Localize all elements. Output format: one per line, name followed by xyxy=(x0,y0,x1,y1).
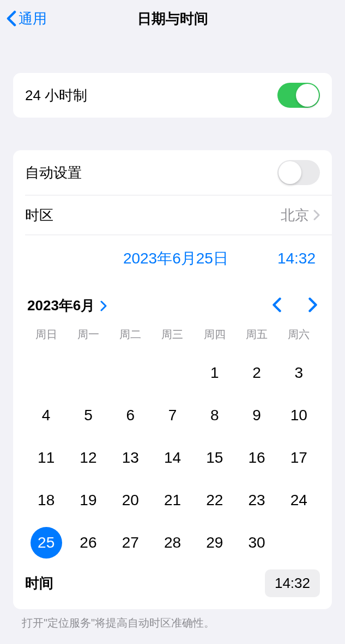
day-number: 13 xyxy=(122,449,139,467)
day-number: 20 xyxy=(122,492,139,509)
date-button[interactable]: 2023年6月25日 xyxy=(123,248,228,269)
day-number: 26 xyxy=(80,534,96,551)
day-cell[interactable]: 6 xyxy=(110,394,152,437)
day-number: 27 xyxy=(122,534,139,551)
weekday-label: 周五 xyxy=(235,327,277,342)
day-number: 4 xyxy=(42,407,51,424)
day-number: 22 xyxy=(206,492,223,509)
toggle-24hour[interactable] xyxy=(277,83,320,108)
day-cell[interactable]: 1 xyxy=(193,352,235,394)
day-number: 2 xyxy=(252,364,261,382)
timezone-value-group: 北京 xyxy=(281,206,320,225)
navigation-header: 通用 日期与时间 xyxy=(0,0,345,37)
day-cell[interactable]: 17 xyxy=(278,437,320,479)
label-24hour: 24 小时制 xyxy=(25,86,87,105)
day-cell[interactable]: 19 xyxy=(67,479,109,522)
weekday-label: 周六 xyxy=(278,327,320,342)
day-number: 8 xyxy=(210,407,219,424)
label-auto-set: 自动设置 xyxy=(25,163,82,182)
day-number: 5 xyxy=(84,407,93,424)
day-cell[interactable]: 25 xyxy=(25,522,67,564)
toggle-auto-set[interactable] xyxy=(277,160,320,185)
toggle-knob xyxy=(279,161,301,184)
day-number: 6 xyxy=(126,407,135,424)
day-cell[interactable]: 23 xyxy=(235,479,277,522)
day-cell[interactable]: 15 xyxy=(193,437,235,479)
time-button[interactable]: 14:32 xyxy=(277,250,316,267)
day-number: 21 xyxy=(164,492,181,509)
prev-month-button[interactable] xyxy=(272,297,282,315)
calendar-nav xyxy=(272,297,318,315)
weekday-label: 周一 xyxy=(67,327,109,342)
day-cell[interactable]: 13 xyxy=(110,437,152,479)
section-datetime: 自动设置 时区 北京 2023年6月25日 14:32 2023年6月 xyxy=(13,150,332,609)
day-number: 17 xyxy=(290,449,307,467)
day-cell[interactable]: 11 xyxy=(25,437,67,479)
time-label: 时间 xyxy=(25,574,53,593)
day-cell[interactable]: 21 xyxy=(152,479,193,522)
label-timezone: 时区 xyxy=(25,206,53,225)
month-picker-button[interactable]: 2023年6月 xyxy=(27,296,107,315)
day-cell[interactable]: 14 xyxy=(152,437,193,479)
day-cell[interactable]: 5 xyxy=(67,394,109,437)
day-number: 16 xyxy=(248,449,265,467)
time-value-button[interactable]: 14:32 xyxy=(265,569,320,597)
day-cell[interactable]: 28 xyxy=(152,522,193,564)
row-24hour: 24 小时制 xyxy=(13,73,332,118)
calendar: 2023年6月 周日周一周二周三周四周五周六 12345678910111213… xyxy=(13,282,332,564)
day-cell[interactable]: 4 xyxy=(25,394,67,437)
day-number: 15 xyxy=(206,449,223,467)
day-cell[interactable]: 22 xyxy=(193,479,235,522)
chevron-right-icon xyxy=(313,210,320,220)
calendar-header: 2023年6月 xyxy=(25,289,320,327)
day-cell[interactable]: 27 xyxy=(110,522,152,564)
next-month-button[interactable] xyxy=(308,297,318,315)
day-number: 11 xyxy=(38,449,55,467)
page-title: 日期与时间 xyxy=(137,9,208,28)
day-number: 7 xyxy=(168,407,177,424)
day-cell[interactable]: 12 xyxy=(67,437,109,479)
day-cell[interactable]: 26 xyxy=(67,522,109,564)
weekday-label: 周四 xyxy=(193,327,235,342)
chevron-left-icon xyxy=(7,10,16,27)
day-cell[interactable]: 10 xyxy=(278,394,320,437)
date-time-selector: 2023年6月25日 14:32 xyxy=(13,235,332,282)
day-number: 23 xyxy=(248,492,265,509)
day-cell[interactable]: 30 xyxy=(235,522,277,564)
calendar-days-grid: 1234567891011121314151617181920212223242… xyxy=(25,352,320,564)
day-number: 3 xyxy=(295,364,304,382)
day-number: 1 xyxy=(210,364,219,382)
row-timezone[interactable]: 时区 北京 xyxy=(13,195,332,235)
day-cell[interactable]: 24 xyxy=(278,479,320,522)
day-number: 29 xyxy=(206,534,223,551)
day-cell[interactable]: 18 xyxy=(25,479,67,522)
day-number: 18 xyxy=(38,492,55,509)
day-number: 9 xyxy=(252,407,261,424)
chevron-right-icon xyxy=(100,300,107,311)
time-row: 时间 14:32 xyxy=(13,564,332,609)
day-cell[interactable]: 2 xyxy=(235,352,277,394)
day-cell[interactable]: 20 xyxy=(110,479,152,522)
day-number: 24 xyxy=(290,492,307,509)
timezone-value: 北京 xyxy=(281,206,309,225)
day-cell[interactable]: 7 xyxy=(152,394,193,437)
back-button[interactable]: 通用 xyxy=(7,9,47,28)
day-number: 10 xyxy=(290,407,307,424)
day-cell[interactable]: 8 xyxy=(193,394,235,437)
day-cell[interactable]: 29 xyxy=(193,522,235,564)
chevron-right-icon xyxy=(308,297,318,312)
footer-note: 打开"定位服务"将提高自动时区准确性。 xyxy=(0,609,345,637)
day-number: 14 xyxy=(164,449,181,467)
toggle-knob xyxy=(296,84,319,107)
day-cell[interactable]: 3 xyxy=(278,352,320,394)
day-number: 28 xyxy=(164,534,181,551)
day-number: 12 xyxy=(80,449,96,467)
day-cell[interactable]: 9 xyxy=(235,394,277,437)
month-label: 2023年6月 xyxy=(27,296,95,315)
weekday-label: 周日 xyxy=(25,327,67,342)
day-cell[interactable]: 16 xyxy=(235,437,277,479)
chevron-left-icon xyxy=(272,297,282,312)
weekday-label: 周二 xyxy=(110,327,152,342)
day-number: 19 xyxy=(80,492,96,509)
day-number: 25 xyxy=(38,534,55,551)
